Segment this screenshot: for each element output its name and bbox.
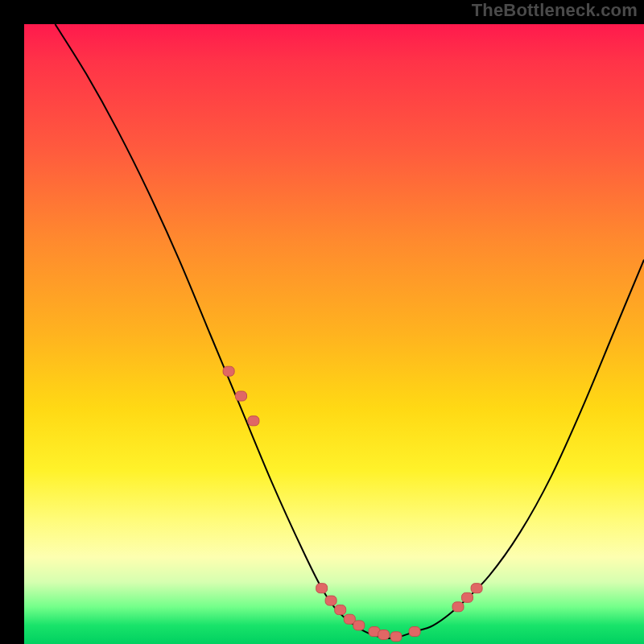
plot-area [24,24,644,644]
chart-frame [12,12,632,632]
heat-gradient-background [24,24,644,644]
